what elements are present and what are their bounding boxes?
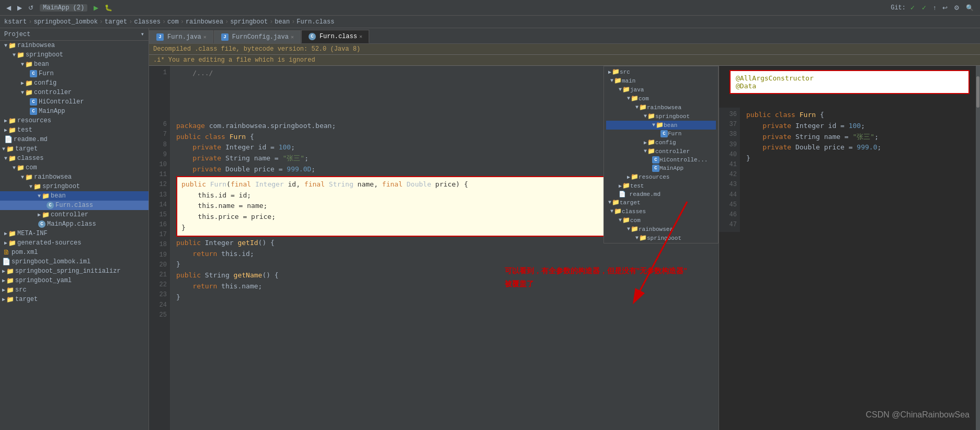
overlay-hicontroller[interactable]: C HiControlle... — [606, 156, 716, 164]
breadcrumb-target[interactable]: target — [105, 18, 127, 26]
expand-icon: ▶ — [4, 230, 7, 237]
overlay-com2[interactable]: ▼📁 com — [606, 216, 716, 225]
tab-close-icon[interactable]: ✕ — [291, 34, 294, 40]
expand-icon: ▶ — [2, 268, 5, 274]
run-button[interactable]: ▶ — [92, 3, 100, 13]
sidebar-item-label: bean — [34, 61, 49, 68]
sidebar-dropdown-icon[interactable]: ▾ — [141, 30, 144, 38]
sidebar-item-classes[interactable]: ▼ 📁 classes — [0, 154, 149, 163]
sidebar-item-readme[interactable]: 📄 readme.md — [0, 135, 149, 144]
overlay-test[interactable]: ▶📁 test — [606, 181, 716, 190]
breadcrumb-furnclass[interactable]: Furn.class — [297, 18, 334, 26]
java-icon: C — [29, 107, 38, 115]
overlay-src[interactable]: ▶📁 src — [606, 67, 716, 76]
overlay-rainbowsea2[interactable]: ▼📁 rainbowsea — [606, 225, 716, 234]
sidebar-item-bean[interactable]: ▼ 📁 bean — [0, 60, 149, 69]
sidebar-item-controller2[interactable]: ▶ 📁 controller — [0, 210, 149, 219]
sidebar-item-generated[interactable]: ▶ 📁 generated-sources — [0, 238, 149, 248]
tab-furnjava[interactable]: J Furn.java ✕ — [149, 30, 213, 43]
sidebar-item-label: classes — [17, 155, 43, 162]
tab-furnconfigjava[interactable]: J FurnConfig.java ✕ — [214, 30, 301, 43]
tab-close-icon[interactable]: ✕ — [203, 34, 207, 40]
back-button[interactable]: ◀ — [4, 3, 13, 13]
breadcrumb-com[interactable]: com — [167, 18, 179, 26]
overlay-target[interactable]: ▼📁 target — [606, 198, 716, 207]
overlay-config[interactable]: ▶📁 config — [606, 138, 716, 147]
sidebar-item-com[interactable]: ▼ 📁 com — [0, 163, 149, 172]
sidebar-item-mainapp[interactable]: C MainApp — [0, 107, 149, 116]
git-check[interactable]: ✓ — [908, 3, 917, 13]
sidebar-item-target[interactable]: ▼ 📁 target — [0, 144, 149, 154]
sidebar-item-hicontroller[interactable]: C HiController — [0, 97, 149, 107]
sidebar-item-springboot[interactable]: ▼ 📁 springboot — [0, 50, 149, 60]
sidebar-item-resources[interactable]: ▶ 📁 resources — [0, 116, 149, 125]
sidebar-item-label: META-INF — [17, 230, 48, 237]
sidebar-item-springboot2[interactable]: ▼ 📁 springboot — [0, 182, 149, 191]
sidebar-item-bean2[interactable]: ▼ 📁 bean — [0, 191, 149, 201]
right-code-content[interactable]: public class Furn { private Integer id =… — [740, 108, 887, 232]
scrollbar-thumb[interactable] — [976, 76, 979, 108]
tab-label: FurnConfig.java — [232, 33, 289, 41]
editor-area: J Furn.java ✕ J FurnConfig.java ✕ C Furn… — [149, 28, 980, 430]
breadcrumb-bean[interactable]: bean — [275, 18, 290, 26]
overlay-controller[interactable]: ▼📁 controller — [606, 147, 716, 156]
overlay-springboot2[interactable]: ▼📁 springboot — [606, 234, 716, 242]
sidebar-item-meta-inf[interactable]: ▶ 📁 META-INF — [0, 229, 149, 238]
breadcrumb-springboot_lombok[interactable]: springboot_lombok — [33, 18, 97, 26]
git-push[interactable]: ↑ — [931, 3, 938, 13]
sidebar-item-label: HiController — [39, 98, 84, 106]
overlay-bean2[interactable]: ▼📁 bean — [606, 242, 716, 243]
overlay-classes[interactable]: ▼📁 classes — [606, 207, 716, 216]
expand-icon: ▼ — [4, 43, 7, 49]
breadcrumb-kstart[interactable]: kstart — [4, 18, 27, 26]
undo-button[interactable]: ↩ — [940, 3, 950, 13]
tab-close-icon[interactable]: ✕ — [359, 33, 362, 40]
right-scrollbar[interactable] — [976, 66, 980, 430]
overlay-main[interactable]: ▼📁 main — [606, 76, 716, 85]
sidebar-item-target2[interactable]: ▶ 📁 target — [0, 295, 149, 304]
overlay-resources[interactable]: ▶📁 resources — [606, 172, 716, 181]
sidebar-item-controller[interactable]: ▼ 📁 controller — [0, 88, 149, 97]
overlay-readmemd[interactable]: 📄 readme.md — [606, 190, 716, 198]
tab-furnclass[interactable]: C Furn.class ✕ — [301, 30, 369, 43]
sidebar-item-label: springboot_yaml — [15, 277, 72, 284]
overlay-com[interactable]: ▼📁 com — [606, 94, 716, 103]
overlay-bean[interactable]: ▼📁 bean — [606, 121, 716, 130]
sidebar-item-furnclass[interactable]: C Furn.class — [0, 201, 149, 210]
sidebar-item-rainbowsea[interactable]: ▼ 📁 rainbowsea — [0, 41, 149, 50]
sidebar-item-spring-initialzr[interactable]: ▶ 📁 springboot_spring_initializr — [0, 266, 149, 276]
sidebar-item-label: src — [15, 286, 27, 294]
settings-button[interactable]: ⚙ — [952, 3, 962, 13]
expand-icon: ▶ — [2, 277, 5, 284]
refresh-button[interactable]: ↺ — [26, 3, 36, 13]
run-config[interactable]: MainApp (2) — [40, 4, 87, 11]
folder-icon: 📁 — [25, 88, 33, 97]
sidebar-item-test[interactable]: ▶ 📁 test — [0, 125, 149, 135]
sidebar-item-pom[interactable]: 🗎 pom.xml — [0, 248, 149, 257]
sidebar-item-iml[interactable]: 📄 springboot_lombok.iml — [0, 257, 149, 266]
sidebar-item-furn[interactable]: C Furn — [0, 69, 149, 78]
overlay-mainapp[interactable]: C MainApp — [606, 164, 716, 172]
breadcrumb-springboot[interactable]: springboot — [230, 18, 268, 26]
overlay-java[interactable]: ▼📁 java — [606, 85, 716, 94]
overlay-rainbowsea[interactable]: ▼📁 rainbowsea — [606, 103, 716, 112]
breadcrumb-rainbowsea[interactable]: rainbowsea — [186, 18, 223, 26]
expand-icon: ▶ — [2, 287, 5, 293]
right-editor: 36 37 38 39 40 41 42 43 44 45 46 47 — [719, 108, 980, 232]
sidebar-item-yaml[interactable]: ▶ 📁 springboot_yaml — [0, 276, 149, 285]
overlay-furn-java[interactable]: C Furn — [606, 130, 716, 138]
sidebar-title: Project — [4, 31, 30, 38]
search-button[interactable]: 🔍 — [964, 3, 976, 13]
git-commit[interactable]: ✓ — [919, 3, 929, 13]
sidebar-item-rainbowsea2[interactable]: ▼ 📁 rainbowsea — [0, 172, 149, 182]
sidebar-item-label: target — [15, 296, 38, 303]
sidebar-item-src[interactable]: ▶ 📁 src — [0, 285, 149, 295]
overlay-springboot[interactable]: ▼📁 springboot — [606, 112, 716, 121]
sidebar-item-mainappclass[interactable]: C MainApp.class — [0, 219, 149, 229]
forward-button[interactable]: ▶ — [15, 3, 24, 13]
debug-button[interactable]: 🐛 — [102, 3, 115, 13]
sidebar-item-config[interactable]: ▶ 📁 config — [0, 78, 149, 88]
expand-icon: ▶ — [4, 127, 7, 133]
breadcrumb-classes[interactable]: classes — [134, 18, 160, 26]
folder-icon: 📁 — [8, 154, 16, 162]
